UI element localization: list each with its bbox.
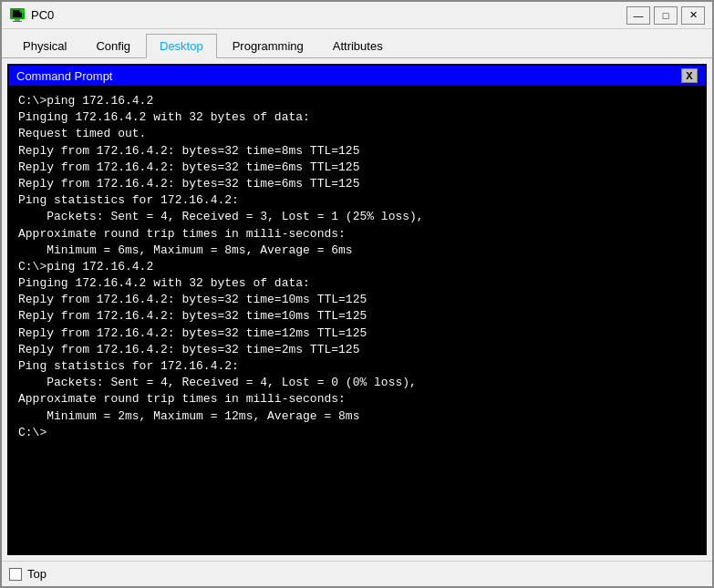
title-bar-left: PC0 [9, 7, 54, 24]
cmd-line: Reply from 172.16.4.2: bytes=32 time=12m… [18, 325, 696, 342]
content-area: Command Prompt X C:\>ping 172.16.4.2Ping… [2, 58, 712, 561]
cmd-line: C:\>ping 172.16.4.2 [18, 259, 696, 275]
cmd-line: Reply from 172.16.4.2: bytes=32 time=10m… [18, 292, 696, 308]
cmd-body[interactable]: C:\>ping 172.16.4.2Pinging 172.16.4.2 wi… [9, 86, 705, 553]
top-label: Top [27, 567, 47, 581]
svg-point-4 [19, 9, 25, 13]
maximize-button[interactable]: □ [654, 6, 678, 25]
cmd-line: Packets: Sent = 4, Received = 3, Lost = … [18, 209, 696, 225]
cmd-line: Reply from 172.16.4.2: bytes=32 time=10m… [18, 308, 696, 325]
cmd-line: Approximate round trip times in milli-se… [18, 391, 696, 407]
tab-bar: Physical Config Desktop Programming Attr… [2, 29, 712, 58]
tab-desktop[interactable]: Desktop [146, 34, 217, 58]
tab-programming[interactable]: Programming [219, 34, 317, 57]
bottom-bar: Top [2, 561, 712, 586]
cmd-line: Reply from 172.16.4.2: bytes=32 time=8ms… [18, 143, 696, 160]
tab-attributes[interactable]: Attributes [319, 34, 397, 57]
svg-rect-3 [13, 21, 22, 22]
cmd-line: Pinging 172.16.4.2 with 32 bytes of data… [18, 275, 696, 292]
cmd-close-button[interactable]: X [681, 68, 698, 83]
top-checkbox[interactable] [9, 568, 22, 581]
cmd-line: C:\>ping 172.16.4.2 [18, 93, 696, 109]
command-prompt-window: Command Prompt X C:\>ping 172.16.4.2Ping… [7, 64, 707, 555]
cmd-line: Reply from 172.16.4.2: bytes=32 time=6ms… [18, 176, 696, 192]
cmd-line: Approximate round trip times in milli-se… [18, 226, 696, 242]
cmd-line: C:\> [18, 425, 696, 441]
cmd-line: Pinging 172.16.4.2 with 32 bytes of data… [18, 109, 696, 126]
window-title: PC0 [31, 8, 54, 22]
tab-physical[interactable]: Physical [9, 34, 80, 57]
svg-rect-2 [15, 19, 20, 21]
cmd-line: Reply from 172.16.4.2: bytes=32 time=6ms… [18, 160, 696, 176]
cmd-line: Ping statistics for 172.16.4.2: [18, 192, 696, 209]
app-icon [9, 7, 26, 24]
close-button[interactable]: ✕ [681, 6, 705, 25]
tab-config[interactable]: Config [82, 34, 144, 57]
cmd-line: Reply from 172.16.4.2: bytes=32 time=2ms… [18, 342, 696, 358]
main-window: PC0 — □ ✕ Physical Config Desktop Progra… [0, 0, 714, 588]
cmd-line: Request timed out. [18, 126, 696, 142]
cmd-title-label: Command Prompt [16, 69, 112, 83]
title-bar: PC0 — □ ✕ [2, 2, 712, 29]
minimize-button[interactable]: — [626, 6, 650, 25]
cmd-line: Ping statistics for 172.16.4.2: [18, 358, 696, 375]
cmd-line: Minimum = 2ms, Maximum = 12ms, Average =… [18, 408, 696, 425]
window-controls: — □ ✕ [626, 6, 705, 25]
cmd-line: Packets: Sent = 4, Received = 4, Lost = … [18, 375, 696, 391]
cmd-line: Minimum = 6ms, Maximum = 8ms, Average = … [18, 242, 696, 259]
cmd-title-bar: Command Prompt X [9, 66, 705, 86]
